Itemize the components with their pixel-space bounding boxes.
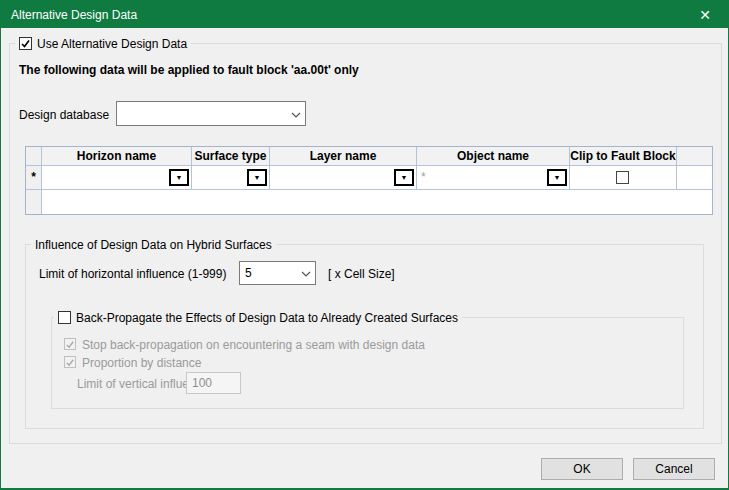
alternative-design-data-dialog: Alternative Design Data ✕ Use Alternativ… bbox=[0, 0, 729, 490]
stop-backprop-label: Stop back-propagation on encountering a … bbox=[82, 338, 425, 352]
design-data-table: Horizon name Surface type Layer name Obj… bbox=[25, 146, 713, 215]
influence-group-title: Influence of Design Data on Hybrid Surfa… bbox=[31, 238, 276, 251]
proportion-checkbox[interactable] bbox=[64, 356, 76, 368]
column-header-clip-to-fault-block[interactable]: Clip to Fault Block bbox=[570, 147, 677, 165]
table-new-row: * ▼ ▼ ▼ * ▼ bbox=[26, 166, 712, 190]
surface-type-dropdown-icon[interactable]: ▼ bbox=[247, 169, 267, 186]
column-header-horizon-name[interactable]: Horizon name bbox=[42, 147, 192, 165]
clip-to-fault-block-checkbox[interactable] bbox=[616, 171, 629, 184]
column-header-object-name[interactable]: Object name bbox=[417, 147, 570, 165]
horizon-name-dropdown-icon[interactable]: ▼ bbox=[169, 169, 189, 186]
close-icon[interactable]: ✕ bbox=[688, 1, 722, 28]
cancel-button[interactable]: Cancel bbox=[633, 458, 715, 480]
checkmark-icon bbox=[65, 339, 75, 350]
titlebar: Alternative Design Data ✕ bbox=[1, 1, 728, 28]
horizontal-influence-label: Limit of horizontal influence (1-999) bbox=[39, 267, 226, 281]
cell-filler bbox=[677, 166, 712, 189]
checkmark-icon bbox=[65, 357, 75, 368]
cell-layer-name[interactable]: ▼ bbox=[270, 166, 417, 189]
cell-surface-type[interactable]: ▼ bbox=[192, 166, 270, 189]
column-header-filler bbox=[677, 147, 712, 165]
backprop-caption: Back-Propagate the Effects of Design Dat… bbox=[54, 310, 462, 325]
layer-name-dropdown-icon[interactable]: ▼ bbox=[394, 169, 414, 186]
chevron-down-icon bbox=[287, 107, 305, 121]
use-alternative-checkbox[interactable] bbox=[19, 37, 32, 50]
design-database-combobox[interactable] bbox=[116, 101, 306, 126]
horizontal-influence-value: 5 bbox=[240, 266, 297, 280]
chevron-down-icon bbox=[297, 266, 315, 280]
window-title: Alternative Design Data bbox=[1, 8, 137, 22]
use-alternative-label: Use Alternative Design Data bbox=[37, 37, 187, 51]
cell-size-suffix: [ x Cell Size] bbox=[328, 267, 395, 281]
new-row-indicator: * bbox=[26, 166, 42, 189]
use-alternative-caption: Use Alternative Design Data bbox=[15, 36, 191, 51]
cell-clip-to-fault-block[interactable] bbox=[570, 166, 677, 189]
cell-horizon-name[interactable]: ▼ bbox=[42, 166, 192, 189]
table-corner-cell bbox=[26, 147, 42, 165]
column-header-layer-name[interactable]: Layer name bbox=[270, 147, 417, 165]
influence-group-title-text: Influence of Design Data on Hybrid Surfa… bbox=[35, 238, 272, 252]
backprop-checkbox[interactable] bbox=[58, 311, 71, 324]
backprop-label: Back-Propagate the Effects of Design Dat… bbox=[76, 311, 458, 325]
stop-backprop-checkbox[interactable] bbox=[64, 338, 76, 350]
object-name-dropdown-icon[interactable]: ▼ bbox=[547, 169, 567, 186]
column-header-surface-type[interactable]: Surface type bbox=[192, 147, 270, 165]
checkmark-icon bbox=[20, 38, 31, 49]
design-database-label: Design database bbox=[19, 108, 109, 122]
fault-block-note: The following data will be applied to fa… bbox=[19, 63, 359, 77]
table-header-row: Horizon name Surface type Layer name Obj… bbox=[26, 147, 712, 166]
object-name-placeholder: * bbox=[421, 170, 426, 184]
cell-object-name[interactable]: * ▼ bbox=[417, 166, 570, 189]
horizontal-influence-combobox[interactable]: 5 bbox=[239, 261, 316, 285]
proportion-label: Proportion by distance bbox=[82, 356, 201, 370]
ok-button[interactable]: OK bbox=[541, 458, 623, 480]
vertical-influence-input[interactable] bbox=[186, 372, 241, 394]
